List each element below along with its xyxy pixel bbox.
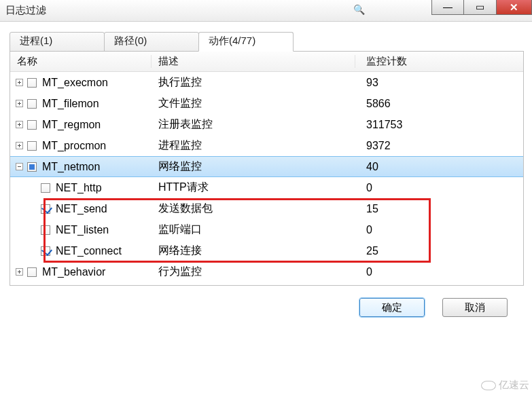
button-bar: 确定 取消 [10, 286, 524, 317]
row-procmon[interactable]: MT_procmon 进程监控 9372 [10, 135, 523, 156]
cancel-button[interactable]: 取消 [442, 298, 508, 317]
checkbox[interactable] [41, 204, 50, 214]
checkbox[interactable] [27, 267, 37, 277]
close-icon: ✕ [510, 2, 518, 12]
row-desc: 文件监控 [152, 96, 355, 111]
row-execmon[interactable]: MT_execmon 执行监控 93 [10, 72, 523, 93]
row-name: NET_listen [56, 224, 109, 236]
row-net-connect[interactable]: NET_connect 网络连接 25 [10, 240, 523, 261]
row-count: 9372 [355, 140, 523, 152]
row-count: 0 [355, 224, 523, 236]
column-header-desc[interactable]: 描述 [152, 55, 355, 68]
row-desc: 行为监控 [152, 265, 355, 279]
expand-icon[interactable] [16, 142, 23, 149]
row-count: 5866 [355, 98, 523, 110]
window-controls: — ▭ ✕ [431, 0, 532, 15]
checkbox[interactable] [27, 120, 37, 130]
column-header-count[interactable]: 监控计数 [355, 55, 523, 68]
row-name: MT_filemon [42, 98, 99, 110]
collapse-icon[interactable] [16, 163, 23, 170]
cancel-button-label: 取消 [465, 301, 485, 314]
maximize-button[interactable]: ▭ [464, 0, 497, 15]
tab-action-label: 动作(4/77) [209, 35, 255, 46]
row-filemon[interactable]: MT_filemon 文件监控 5866 [10, 93, 523, 114]
row-name: NET_connect [56, 245, 122, 257]
maximize-icon: ▭ [476, 2, 484, 12]
window-title: 日志过滤 [5, 4, 46, 17]
row-desc: 网络连接 [152, 244, 355, 258]
watermark: 亿速云 [481, 379, 529, 392]
row-regmon[interactable]: MT_regmon 注册表监控 311753 [10, 114, 523, 135]
client-area: 进程(1) 路径(0) 动作(4/77) 名称 描述 监控计数 MT_execm… [0, 22, 532, 322]
minimize-button[interactable]: — [431, 0, 464, 15]
search-icon: 🔍 [353, 4, 365, 15]
row-net-send[interactable]: NET_send 发送数据包 15 [10, 198, 523, 219]
checkbox[interactable] [41, 225, 50, 235]
watermark-text: 亿速云 [499, 379, 529, 392]
tab-strip: 进程(1) 路径(0) 动作(4/77) [10, 31, 524, 52]
row-desc: 监听端口 [152, 223, 355, 237]
row-desc: 网络监控 [152, 160, 355, 174]
row-desc: 进程监控 [152, 138, 355, 153]
row-name: NET_http [56, 182, 102, 194]
tab-action[interactable]: 动作(4/77) [198, 32, 294, 52]
row-count: 15 [355, 203, 523, 215]
column-header-row: 名称 描述 监控计数 [10, 52, 523, 72]
ok-button-label: 确定 [382, 301, 402, 314]
minimize-icon: — [443, 2, 453, 12]
row-behavior[interactable]: MT_behavior 行为监控 0 [10, 261, 523, 282]
checkbox[interactable] [41, 183, 50, 193]
row-desc: 注册表监控 [152, 117, 355, 132]
row-net-listen[interactable]: NET_listen 监听端口 0 [10, 219, 523, 240]
row-name: NET_send [56, 203, 107, 215]
row-desc: HTTP请求 [152, 181, 355, 195]
checkbox[interactable] [41, 246, 50, 256]
checkbox[interactable] [27, 162, 37, 172]
close-button[interactable]: ✕ [497, 0, 532, 15]
row-net-http[interactable]: NET_http HTTP请求 0 [10, 177, 523, 198]
tab-process[interactable]: 进程(1) [10, 32, 105, 52]
expand-icon[interactable] [16, 79, 23, 86]
row-count: 311753 [355, 119, 523, 131]
row-count: 25 [355, 245, 523, 257]
expand-icon[interactable] [16, 121, 23, 128]
tab-process-label: 进程(1) [20, 35, 52, 46]
row-count: 93 [355, 77, 523, 89]
cloud-icon [481, 381, 496, 390]
row-count: 40 [355, 161, 523, 173]
tab-path[interactable]: 路径(0) [104, 32, 199, 52]
row-name: MT_behavior [42, 266, 105, 278]
ok-button[interactable]: 确定 [359, 298, 425, 317]
row-count: 0 [355, 266, 523, 278]
row-name: MT_procmon [42, 140, 106, 152]
row-name: MT_regmon [42, 119, 101, 131]
column-header-name[interactable]: 名称 [10, 55, 152, 68]
checkbox[interactable] [27, 141, 37, 151]
tab-path-label: 路径(0) [114, 35, 147, 46]
row-netmon[interactable]: MT_netmon 网络监控 40 [10, 156, 523, 177]
row-desc: 执行监控 [152, 75, 355, 90]
row-count: 0 [355, 182, 523, 194]
row-name: MT_netmon [42, 161, 100, 173]
checkbox[interactable] [27, 99, 37, 109]
expand-icon[interactable] [16, 268, 23, 276]
title-bar: 日志过滤 🔍 — ▭ ✕ [0, 0, 532, 22]
row-desc: 发送数据包 [152, 202, 355, 216]
expand-icon[interactable] [16, 100, 23, 107]
filter-list: 名称 描述 监控计数 MT_execmon 执行监控 93 MT_filemon… [10, 52, 524, 286]
row-name: MT_execmon [42, 77, 108, 89]
checkbox[interactable] [27, 78, 37, 88]
